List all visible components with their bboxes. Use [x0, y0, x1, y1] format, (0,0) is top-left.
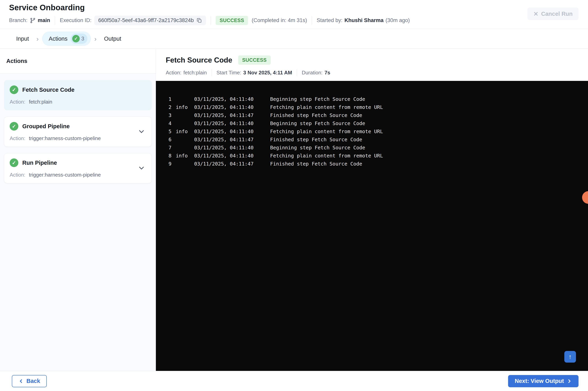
close-icon: ✕ — [533, 10, 538, 17]
tab-label: Actions — [49, 35, 68, 42]
success-check-icon: ✓ — [10, 158, 18, 167]
tab-bar: Input›Actions✓3›Output — [0, 29, 588, 49]
log-level: info — [176, 104, 194, 110]
log-line-number: 2 — [169, 104, 176, 110]
detail-start-time-meta: Start Time: 3 Nov 2025, 4:11 AM — [216, 70, 292, 76]
execution-meta-row: Branch: main Execution ID: 660f50a7-5eef… — [9, 15, 579, 25]
action-label: Action: — [10, 99, 25, 105]
log-message: Finished step Fetch Source Code — [270, 112, 588, 118]
log-line-number: 9 — [169, 161, 176, 167]
back-button[interactable]: Back — [12, 375, 47, 387]
branch-name: main — [38, 17, 50, 23]
log-line: 703/11/2025, 04:11:40Beginning step Fetc… — [169, 145, 588, 153]
tab-actions[interactable]: Actions✓3 — [42, 32, 91, 46]
log-timestamp: 03/11/2025, 04:11:40 — [194, 153, 270, 159]
git-branch-icon — [30, 17, 36, 23]
log-message: Beginning step Fetch Source Code — [270, 145, 588, 151]
log-message: Beginning step Fetch Source Code — [270, 96, 588, 102]
detail-title: Fetch Source Code — [166, 56, 232, 64]
log-timestamp: 03/11/2025, 04:11:40 — [194, 120, 270, 126]
status-badge: SUCCESS — [216, 16, 248, 25]
execution-id-label: Execution ID: — [60, 17, 92, 23]
action-card-title: Run Pipeline — [22, 160, 57, 166]
tab-count-value: 3 — [81, 36, 84, 42]
tab-output[interactable]: Output — [100, 35, 125, 42]
cancel-run-label: Cancel Run — [541, 11, 573, 17]
log-line: 8info03/11/2025, 04:11:40Fetching plain … — [169, 153, 588, 161]
workflow-execution-page: Service Onboarding Branch: main Executio… — [0, 0, 588, 391]
divider — [55, 16, 55, 25]
action-card[interactable]: ✓Grouped PipelineAction:trigger:harness-… — [4, 117, 152, 147]
action-value: fetch:plain — [29, 99, 52, 105]
action-detail-panel: Fetch Source Code SUCCESS Action: fetch:… — [156, 49, 588, 371]
log-line-number: 6 — [169, 137, 176, 142]
log-timestamp: 03/11/2025, 04:11:47 — [194, 137, 270, 142]
log-line: 5info03/11/2025, 04:11:40Fetching plain … — [169, 129, 588, 137]
divider — [211, 16, 211, 25]
log-line-number: 3 — [169, 112, 176, 118]
completed-in-text: (Completed in: 4m 31s) — [252, 17, 307, 23]
log-level: info — [176, 153, 194, 159]
log-line-number: 1 — [169, 96, 176, 102]
started-by-name: Khushi Sharma — [345, 17, 384, 23]
started-ago-text: (30m ago) — [386, 17, 410, 23]
divider — [312, 16, 312, 25]
divider — [211, 69, 212, 76]
chevron-right-icon: › — [94, 35, 97, 42]
log-message: Finished step Fetch Source Code — [270, 137, 588, 142]
action-value: trigger:harness-custom-pipeline — [29, 135, 101, 141]
log-line: 2info03/11/2025, 04:11:40Fetching plain … — [169, 104, 588, 112]
log-message: Fetching plain content from remote URL — [270, 129, 588, 134]
log-timestamp: 03/11/2025, 04:11:40 — [194, 104, 270, 110]
check-circle-icon: ✓ — [72, 35, 80, 42]
log-line: 603/11/2025, 04:11:47Finished step Fetch… — [169, 137, 588, 145]
tab-input[interactable]: Input — [12, 35, 33, 42]
started-by-label: Started by: — [317, 17, 343, 23]
log-message: Beginning step Fetch Source Code — [270, 120, 588, 126]
footer: Back Next: View Output — [0, 371, 588, 391]
arrow-up-icon: ↑ — [569, 353, 572, 360]
log-timestamp: 03/11/2025, 04:11:40 — [194, 129, 270, 134]
log-line: 403/11/2025, 04:11:40Beginning step Fetc… — [169, 120, 588, 129]
action-card[interactable]: ✓Fetch Source CodeAction:fetch:plain — [4, 80, 152, 110]
copy-icon[interactable] — [196, 18, 202, 23]
log-line-number: 4 — [169, 120, 176, 126]
detail-status-badge: SUCCESS — [238, 55, 271, 65]
success-check-icon: ✓ — [10, 86, 18, 94]
tab-success-count-badge: ✓3 — [71, 33, 88, 44]
action-card-list: ✓Fetch Source CodeAction:fetch:plain✓Gro… — [0, 74, 156, 190]
log-line: 903/11/2025, 04:11:47Finished step Fetch… — [169, 161, 588, 169]
log-timestamp: 03/11/2025, 04:11:40 — [194, 96, 270, 102]
next-button-label: Next: View Output — [515, 378, 564, 384]
log-console[interactable]: 103/11/2025, 04:11:40Beginning step Fetc… — [156, 81, 588, 371]
chevron-right-icon — [567, 379, 572, 384]
action-card-title: Fetch Source Code — [22, 87, 74, 93]
execution-id-value: 660f50a7-5eef-43a6-9ff7-2a2179c3824b — [98, 17, 194, 23]
action-value: trigger:harness-custom-pipeline — [29, 172, 101, 178]
detail-duration-meta: Duration: 7s — [302, 70, 330, 76]
log-message: Finished step Fetch Source Code — [270, 161, 588, 167]
execution-id-pill: 660f50a7-5eef-43a6-9ff7-2a2179c3824b — [94, 15, 206, 25]
chevron-right-icon: › — [36, 35, 39, 42]
success-check-icon: ✓ — [10, 122, 18, 131]
chevron-down-icon[interactable] — [138, 128, 145, 135]
log-level: info — [176, 129, 194, 134]
log-line: 103/11/2025, 04:11:40Beginning step Fetc… — [169, 96, 588, 104]
scroll-to-top-button[interactable]: ↑ — [564, 351, 576, 363]
back-button-label: Back — [26, 378, 40, 384]
next-view-output-button[interactable]: Next: View Output — [508, 375, 579, 387]
actions-sidebar: Actions ✓Fetch Source CodeAction:fetch:p… — [0, 49, 156, 371]
log-line-number: 7 — [169, 145, 176, 151]
log-line: 303/11/2025, 04:11:47Finished step Fetch… — [169, 112, 588, 120]
log-timestamp: 03/11/2025, 04:11:47 — [194, 112, 270, 118]
sidebar-header: Actions — [0, 49, 156, 74]
chevron-down-icon[interactable] — [138, 165, 145, 171]
action-label: Action: — [10, 135, 25, 141]
sidebar-heading: Actions — [6, 58, 27, 64]
action-card[interactable]: ✓Run PipelineAction:trigger:harness-cust… — [4, 153, 152, 183]
header: Service Onboarding Branch: main Executio… — [0, 0, 588, 29]
log-message: Fetching plain content from remote URL — [270, 104, 588, 110]
cancel-run-button[interactable]: ✕ Cancel Run — [527, 7, 579, 20]
log-message: Fetching plain content from remote URL — [270, 153, 588, 159]
detail-header: Fetch Source Code SUCCESS Action: fetch:… — [156, 49, 588, 81]
